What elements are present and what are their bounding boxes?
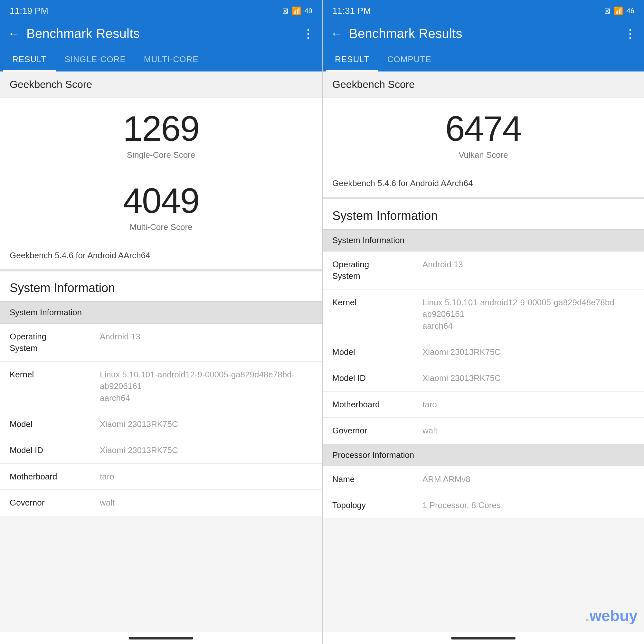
vulkan-score-block: 6474 Vulkan Score bbox=[323, 98, 644, 170]
info-label: Model bbox=[332, 346, 422, 358]
app-bar-1: ← Benchmark Results ⋮ bbox=[0, 20, 322, 47]
status-bar-2: 11:31 PM ⊠ 📶 46 bbox=[323, 0, 644, 20]
multi-core-label: Multi-Core Score bbox=[10, 222, 312, 232]
info-label: Motherboard bbox=[10, 471, 100, 482]
info-value: Xiaomi 23013RK75C bbox=[100, 418, 312, 430]
info-label: OperatingSystem bbox=[332, 259, 422, 282]
wifi-icon: 📶 bbox=[292, 6, 301, 15]
geekbench-info-2: Geekbench 5.4.6 for Android AArch64 bbox=[323, 170, 644, 199]
info-value: Xiaomi 23013RK75C bbox=[100, 444, 312, 456]
sys-info-header-2: System Information bbox=[323, 229, 644, 251]
info-label: Motherboard bbox=[332, 399, 422, 410]
info-value: ARM ARMv8 bbox=[422, 473, 634, 485]
info-label: Governor bbox=[10, 497, 100, 508]
table-row: Motherboard taro bbox=[0, 464, 322, 490]
info-value: 1 Processor, 8 Cores bbox=[422, 499, 634, 511]
battery-icon-2: 46 bbox=[627, 7, 634, 15]
multi-core-score-block: 4049 Multi-Core Score bbox=[0, 170, 322, 242]
screen-record-icon-2: ⊠ bbox=[604, 6, 611, 15]
single-core-number: 1269 bbox=[10, 111, 312, 146]
info-label: Model bbox=[10, 418, 100, 430]
table-row: OperatingSystem Android 13 bbox=[0, 324, 322, 362]
panel-1: 11:19 PM ⊠ 📶 49 ← Benchmark Results ⋮ RE… bbox=[0, 0, 322, 644]
status-bar-1: 11:19 PM ⊠ 📶 49 bbox=[0, 0, 322, 20]
info-value: walt bbox=[422, 425, 634, 436]
score-section-header-1: Geekbench Score bbox=[0, 71, 322, 98]
geekbench-score-section-2: Geekbench Score 6474 Vulkan Score bbox=[323, 71, 644, 170]
vulkan-score-label: Vulkan Score bbox=[332, 150, 634, 160]
info-label: OperatingSystem bbox=[10, 331, 100, 354]
watermark: .webuy bbox=[585, 607, 638, 625]
tabs-2: RESULT COMPUTE bbox=[323, 47, 644, 71]
content-2: Geekbench Score 6474 Vulkan Score Geekbe… bbox=[323, 71, 644, 632]
tab-single-core[interactable]: SINGLE-CORE bbox=[56, 47, 135, 71]
system-info-section-2: System Information System Information Op… bbox=[323, 199, 644, 518]
geekbench-score-section-1: Geekbench Score 1269 Single-Core Score 4… bbox=[0, 71, 322, 242]
multi-core-number: 4049 bbox=[10, 183, 312, 218]
status-icons-2: ⊠ 📶 46 bbox=[604, 6, 634, 15]
content-1: Geekbench Score 1269 Single-Core Score 4… bbox=[0, 71, 322, 632]
info-value: taro bbox=[100, 471, 312, 482]
tab-result-2[interactable]: RESULT bbox=[326, 47, 378, 71]
table-row: Topology 1 Processor, 8 Cores bbox=[323, 492, 644, 518]
tabs-1: RESULT SINGLE-CORE MULTI-CORE bbox=[0, 47, 322, 71]
table-row: Kernel Linux 5.10.101-android12-9-00005-… bbox=[323, 289, 644, 339]
bottom-bar-2 bbox=[451, 637, 516, 639]
sys-info-title-2: System Information bbox=[323, 199, 644, 229]
table-row: Governor walt bbox=[323, 418, 644, 444]
app-bar-2: ← Benchmark Results ⋮ bbox=[323, 20, 644, 47]
system-info-section-1: System Information System Information Op… bbox=[0, 271, 322, 516]
tab-multi-core[interactable]: MULTI-CORE bbox=[135, 47, 208, 71]
info-value: Xiaomi 23013RK75C bbox=[422, 372, 634, 384]
info-value: taro bbox=[422, 399, 634, 410]
info-label: Name bbox=[332, 473, 422, 485]
info-label: Topology bbox=[332, 499, 422, 511]
battery-icon-1: 49 bbox=[305, 7, 312, 15]
info-label: Model ID bbox=[10, 444, 100, 456]
bottom-bar-1 bbox=[129, 637, 193, 639]
info-value: Android 13 bbox=[422, 259, 634, 270]
table-row: Kernel Linux 5.10.101-android12-9-00005-… bbox=[0, 362, 322, 411]
info-value: Xiaomi 23013RK75C bbox=[422, 346, 634, 358]
sys-info-title-1: System Information bbox=[0, 271, 322, 301]
processor-info-header: Processor Information bbox=[323, 444, 644, 466]
info-label: Kernel bbox=[332, 297, 422, 308]
table-row: Name ARM ARMv8 bbox=[323, 466, 644, 492]
info-label: Kernel bbox=[10, 369, 100, 380]
table-row: Model Xiaomi 23013RK75C bbox=[323, 339, 644, 365]
more-menu-2[interactable]: ⋮ bbox=[624, 27, 636, 41]
bottom-indicator-1 bbox=[0, 632, 322, 644]
status-icons-1: ⊠ 📶 49 bbox=[282, 6, 312, 15]
info-value: Linux 5.10.101-android12-9-00005-ga829d4… bbox=[100, 369, 312, 404]
bottom-indicator-2 bbox=[323, 632, 644, 644]
time-2: 11:31 PM bbox=[332, 6, 371, 16]
score-section-header-2: Geekbench Score bbox=[323, 71, 644, 98]
wifi-icon-2: 📶 bbox=[614, 6, 623, 15]
info-value: Linux 5.10.101-android12-9-00005-ga829d4… bbox=[422, 297, 634, 332]
table-row: Governor walt bbox=[0, 490, 322, 516]
table-row: Motherboard taro bbox=[323, 392, 644, 418]
info-value: walt bbox=[100, 497, 312, 508]
screen-record-icon: ⊠ bbox=[282, 6, 289, 15]
more-menu-1[interactable]: ⋮ bbox=[302, 27, 314, 41]
table-row: OperatingSystem Android 13 bbox=[323, 251, 644, 289]
table-row: Model Xiaomi 23013RK75C bbox=[0, 411, 322, 437]
tab-compute[interactable]: COMPUTE bbox=[378, 47, 440, 71]
info-value: Android 13 bbox=[100, 331, 312, 342]
vulkan-score-number: 6474 bbox=[332, 111, 634, 146]
info-label: Governor bbox=[332, 425, 422, 436]
sys-info-header-1: System Information bbox=[0, 301, 322, 324]
app-title-2: Benchmark Results bbox=[349, 26, 618, 41]
table-row: Model ID Xiaomi 23013RK75C bbox=[323, 365, 644, 391]
table-row: Model ID Xiaomi 23013RK75C bbox=[0, 437, 322, 463]
back-button-2[interactable]: ← bbox=[330, 27, 343, 41]
app-title-1: Benchmark Results bbox=[26, 26, 296, 41]
tab-result-1[interactable]: RESULT bbox=[3, 47, 56, 71]
back-button-1[interactable]: ← bbox=[8, 27, 20, 41]
panel-2: 11:31 PM ⊠ 📶 46 ← Benchmark Results ⋮ RE… bbox=[322, 0, 644, 644]
single-core-label: Single-Core Score bbox=[10, 150, 312, 160]
time-1: 11:19 PM bbox=[10, 6, 48, 16]
info-label: Model ID bbox=[332, 372, 422, 384]
single-core-score-block: 1269 Single-Core Score bbox=[0, 98, 322, 170]
geekbench-info-1: Geekbench 5.4.6 for Android AArch64 bbox=[0, 242, 322, 271]
